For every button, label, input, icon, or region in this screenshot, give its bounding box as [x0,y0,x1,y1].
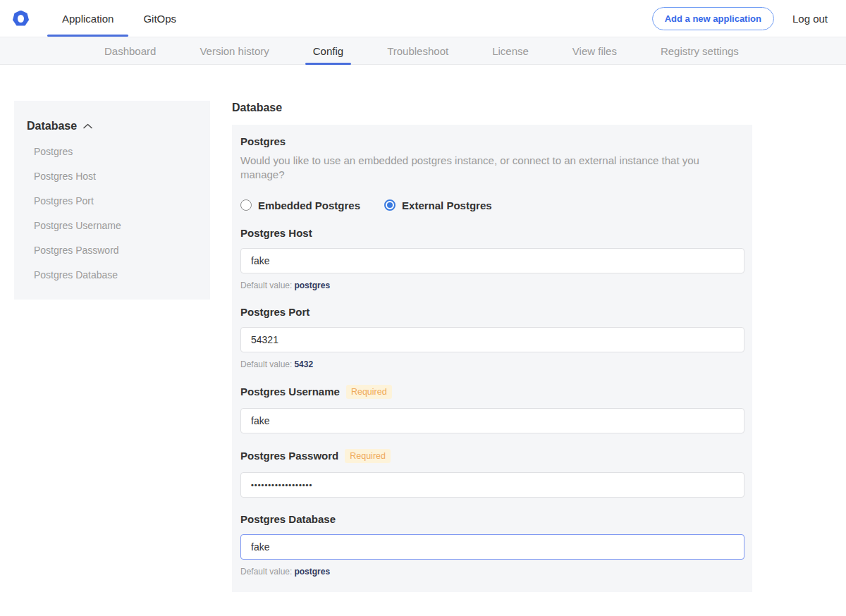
logout-button[interactable]: Log out [792,13,828,25]
radio-embedded-postgres[interactable]: Embedded Postgres [240,199,360,211]
add-new-application-button[interactable]: Add a new application [652,7,774,30]
tab-gitops[interactable]: GitOps [128,0,191,37]
radio-checked-icon [384,199,396,211]
sidebar-group-database[interactable]: Database [27,120,197,133]
sidebar-item-postgres-port[interactable]: Postgres Port [27,196,197,206]
radio-embedded-postgres-label: Embedded Postgres [258,199,360,211]
sidebar-item-postgres-host[interactable]: Postgres Host [27,171,197,181]
sidebar-item-postgres-password[interactable]: Postgres Password [27,245,197,255]
config-page: Database Postgres Postgres Host Postgres… [0,101,846,616]
subtab-config[interactable]: Config [291,37,365,64]
subtab-troubleshoot[interactable]: Troubleshoot [365,37,470,64]
postgres-port-input[interactable] [240,327,744,352]
default-value: 5432 [294,359,313,369]
subtab-registry-settings[interactable]: Registry settings [639,37,761,64]
sidebar-item-postgres-database[interactable]: Postgres Database [27,270,197,280]
postgres-database-input[interactable] [240,534,744,560]
radio-unchecked-icon [240,199,252,211]
subtab-license[interactable]: License [470,37,551,64]
postgres-database-default: Default value:postgres [240,567,744,577]
default-prefix: Default value: [240,359,292,369]
app-logo-icon [13,11,29,27]
database-config-panel: Postgres Would you like to use an embedd… [232,125,752,592]
sidebar-item-list: Postgres Postgres Host Postgres Port Pos… [27,147,197,280]
required-badge: Required [345,449,391,463]
chevron-up-icon [83,123,92,129]
config-group-title: Database [232,101,752,114]
field-postgres-host: Postgres Host Default value:postgres [240,227,744,290]
sidebar-group-label: Database [27,120,77,133]
postgres-username-label: Postgres Username [240,386,340,398]
default-value: postgres [294,567,330,577]
sidebar-item-postgres-username[interactable]: Postgres Username [27,221,197,230]
required-badge: Required [346,385,392,399]
default-value: postgres [294,281,330,290]
postgres-group-label: Postgres [240,135,744,147]
postgres-username-input[interactable] [240,408,744,433]
config-sidebar: Database Postgres Postgres Host Postgres… [14,101,210,300]
postgres-radio-group: Postgres Would you like to use an embedd… [240,135,744,211]
postgres-host-label: Postgres Host [240,227,312,239]
top-navigation-bar: Application GitOps Add a new application… [0,0,846,37]
field-postgres-password: Postgres Password Required [240,449,744,498]
postgres-password-label: Postgres Password [240,450,338,462]
tab-application[interactable]: Application [47,0,128,37]
postgres-port-default: Default value:5432 [240,359,744,369]
postgres-port-label: Postgres Port [240,306,309,318]
postgres-help-text: Would you like to use an embedded postgr… [240,154,744,183]
default-prefix: Default value: [240,281,292,290]
subtab-dashboard[interactable]: Dashboard [82,37,178,64]
postgres-password-input[interactable] [240,472,744,498]
radio-external-postgres[interactable]: External Postgres [384,199,492,211]
postgres-host-input[interactable] [240,248,744,273]
radio-external-postgres-label: External Postgres [402,199,492,211]
sidebar-item-postgres[interactable]: Postgres [27,147,197,156]
default-prefix: Default value: [240,567,292,577]
postgres-host-default: Default value:postgres [240,281,744,290]
config-main-area: Database Postgres Would you like to use … [232,101,752,616]
field-postgres-username: Postgres Username Required [240,385,744,433]
subtab-version-history[interactable]: Version history [178,37,290,64]
subtab-view-files[interactable]: View files [551,37,639,64]
field-postgres-port: Postgres Port Default value:5432 [240,306,744,369]
field-postgres-database: Postgres Database Default value:postgres [240,513,744,577]
app-sub-navigation: Dashboard Version history Config Trouble… [0,37,846,65]
postgres-database-label: Postgres Database [240,513,336,525]
